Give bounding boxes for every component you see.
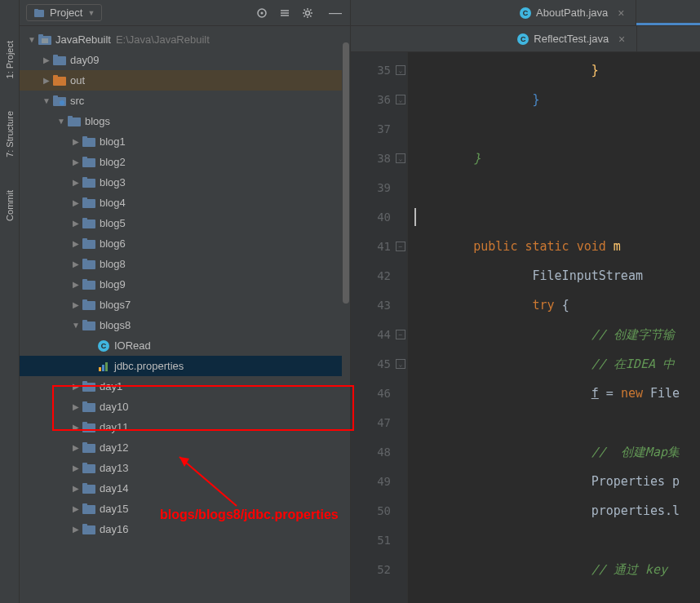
- tree-node-blogs8[interactable]: blogs8: [20, 315, 350, 335]
- chevron-icon[interactable]: [41, 76, 52, 85]
- chevron-icon[interactable]: [41, 96, 52, 105]
- tree-node-src[interactable]: src: [20, 91, 350, 111]
- chevron-icon[interactable]: [70, 382, 82, 391]
- chevron-icon[interactable]: [26, 35, 38, 44]
- line-number[interactable]: 45⌄: [351, 349, 407, 379]
- code-line[interactable]: f = new File: [408, 379, 700, 408]
- chevron-icon[interactable]: [70, 239, 82, 248]
- gear-icon[interactable]: [299, 5, 316, 21]
- fold-icon[interactable]: ⌄: [396, 95, 405, 104]
- tree-node-day15[interactable]: day15: [20, 499, 350, 519]
- line-number[interactable]: 43: [351, 290, 407, 320]
- chevron-icon[interactable]: [70, 219, 82, 228]
- chevron-icon[interactable]: [70, 280, 82, 289]
- tree-node-day14[interactable]: day14: [20, 478, 350, 499]
- tree-node-blogs7[interactable]: blogs7: [20, 295, 350, 315]
- tree-node-blog3[interactable]: blog3: [20, 172, 350, 193]
- line-number[interactable]: 49: [351, 467, 407, 496]
- line-number[interactable]: 50: [351, 496, 407, 525]
- code-line[interactable]: // 创建字节输: [408, 320, 700, 349]
- tree-node-blog9[interactable]: blog9: [20, 274, 350, 295]
- tree-node-blog6[interactable]: blog6: [20, 233, 350, 254]
- scrollbar[interactable]: [342, 26, 350, 603]
- line-number[interactable]: 51: [351, 525, 407, 555]
- chevron-icon[interactable]: [70, 402, 82, 411]
- chevron-icon[interactable]: [70, 525, 82, 534]
- fold-icon[interactable]: −: [396, 242, 405, 251]
- tree-node-day12[interactable]: day12: [20, 437, 350, 458]
- chevron-icon[interactable]: [70, 504, 82, 513]
- line-number[interactable]: 42: [351, 261, 407, 290]
- line-number[interactable]: 48: [351, 437, 407, 467]
- line-number[interactable]: 47: [351, 408, 407, 437]
- side-tab-structure[interactable]: 7: Structure: [0, 103, 19, 166]
- tree-node-javarebuilt[interactable]: JavaRebuiltE:\Java\JavaRebuilt: [20, 29, 350, 50]
- tree-node-day1[interactable]: day1: [20, 376, 350, 397]
- chevron-icon[interactable]: [55, 117, 67, 126]
- tab-active-indicator[interactable]: [636, 0, 700, 25]
- line-number[interactable]: 36⌄: [351, 85, 407, 114]
- chevron-icon[interactable]: [41, 55, 52, 64]
- line-number[interactable]: 35⌄: [351, 55, 407, 85]
- chevron-icon[interactable]: [70, 157, 82, 166]
- fold-icon[interactable]: ⌄: [396, 359, 405, 369]
- tree-node-ioread[interactable]: CIORead: [20, 335, 350, 356]
- tree-node-blog8[interactable]: blog8: [20, 254, 350, 274]
- hide-icon[interactable]: —: [327, 5, 343, 21]
- tree-node-day16[interactable]: day16: [20, 519, 350, 539]
- chevron-icon[interactable]: [70, 178, 82, 187]
- chevron-icon[interactable]: [70, 443, 82, 452]
- code-line[interactable]: // 在IDEA 中: [408, 349, 700, 379]
- code-line[interactable]: [408, 173, 700, 202]
- code-line[interactable]: [408, 114, 700, 144]
- line-number[interactable]: 39: [351, 173, 407, 202]
- line-number[interactable]: 37: [351, 114, 407, 144]
- tree-node-blog4[interactable]: blog4: [20, 193, 350, 213]
- code-line[interactable]: Properties p: [408, 467, 700, 496]
- line-number[interactable]: 41−: [351, 232, 407, 261]
- code-line[interactable]: }: [408, 85, 700, 114]
- project-view-selector[interactable]: Project ▼: [26, 4, 102, 21]
- code-line[interactable]: properties.l: [408, 496, 700, 525]
- code-line[interactable]: [408, 525, 700, 555]
- code-line[interactable]: try {: [408, 290, 700, 320]
- tree-node-day13[interactable]: day13: [20, 458, 350, 478]
- project-tree[interactable]: JavaRebuiltE:\Java\JavaRebuiltday09outsr…: [20, 26, 350, 543]
- code-line[interactable]: }: [408, 144, 700, 173]
- chevron-icon[interactable]: [70, 463, 82, 472]
- code-line[interactable]: public static void m: [408, 232, 700, 261]
- tab-aboutpath[interactable]: C AboutPath.java ×: [508, 0, 636, 25]
- tree-node-day11[interactable]: day11: [20, 417, 350, 437]
- chevron-icon[interactable]: [70, 484, 82, 493]
- tree-node-jdbcproperties[interactable]: jdbc.properties: [20, 356, 350, 376]
- tree-node-day10[interactable]: day10: [20, 397, 350, 417]
- line-number[interactable]: 40: [351, 202, 407, 232]
- line-number[interactable]: 46: [351, 379, 407, 408]
- tree-node-day09[interactable]: day09: [20, 50, 350, 70]
- fold-icon[interactable]: −: [396, 330, 405, 339]
- tree-node-blog2[interactable]: blog2: [20, 152, 350, 172]
- locate-icon[interactable]: [254, 5, 270, 21]
- tree-node-blog1[interactable]: blog1: [20, 131, 350, 152]
- line-number[interactable]: 44−: [351, 320, 407, 349]
- side-tab-project[interactable]: 1: Project: [0, 33, 19, 86]
- chevron-icon[interactable]: [70, 259, 82, 268]
- gutter[interactable]: 35⌄36⌄3738⌄394041−424344−45⌄464748495051…: [351, 52, 408, 603]
- close-icon[interactable]: ×: [618, 33, 625, 46]
- chevron-icon[interactable]: [70, 321, 82, 330]
- code-line[interactable]: [408, 202, 700, 232]
- code-line[interactable]: // 通过 key: [408, 555, 700, 584]
- line-number[interactable]: 38⌄: [351, 144, 407, 173]
- fold-icon[interactable]: ⌄: [396, 153, 405, 163]
- code-line[interactable]: }: [408, 55, 700, 85]
- tree-node-blog5[interactable]: blog5: [20, 213, 350, 233]
- close-icon[interactable]: ×: [618, 7, 624, 20]
- code-content[interactable]: } } } public static void m FileInputStre…: [408, 52, 700, 603]
- tab-reflecttest[interactable]: C ReflectTest.java ×: [506, 26, 637, 51]
- line-number[interactable]: 52: [351, 555, 407, 584]
- tree-node-out[interactable]: out: [20, 70, 350, 91]
- chevron-icon[interactable]: [70, 137, 82, 146]
- code-line[interactable]: FileInputStream: [408, 261, 700, 290]
- chevron-icon[interactable]: [70, 300, 82, 309]
- editor-body[interactable]: 35⌄36⌄3738⌄394041−424344−45⌄464748495051…: [351, 52, 700, 603]
